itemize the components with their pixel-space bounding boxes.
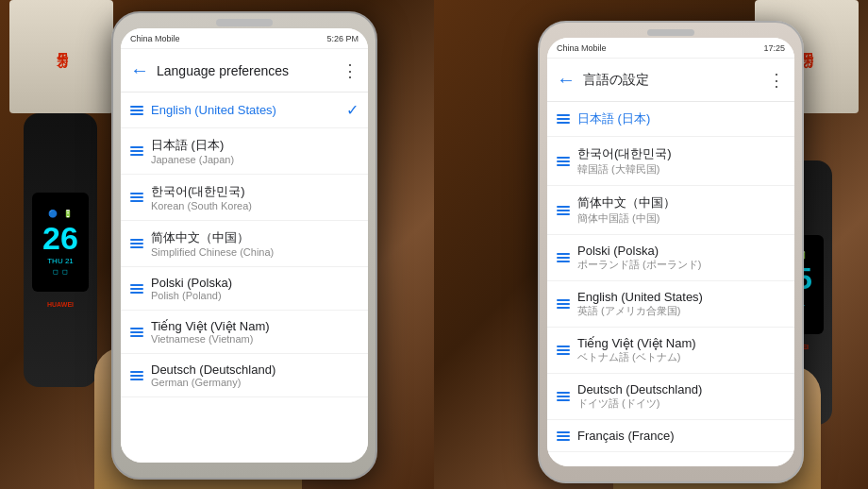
header-title-right: 言語の設定 bbox=[583, 72, 760, 89]
lang-text: 简体中文（中国） Simplified Chinese (China) bbox=[151, 229, 359, 258]
lang-primary: 한국어(대한민국) bbox=[577, 145, 785, 162]
lang-primary: Polski (Polska) bbox=[151, 276, 359, 290]
status-bar-left: China Mobile 5:26 PM bbox=[121, 28, 368, 49]
selected-checkmark: ✓ bbox=[346, 101, 359, 119]
time-right: 17:25 bbox=[763, 43, 785, 53]
box-text-left: 华为 B3 bbox=[54, 43, 70, 71]
back-button-left[interactable]: ← bbox=[130, 59, 149, 81]
lang-primary: English (United States) bbox=[577, 290, 785, 304]
lang-secondary: 簡体中国語 (中国) bbox=[577, 211, 785, 226]
lang-primary: 简体中文（中国） bbox=[577, 194, 785, 211]
list-item[interactable]: Polski (Polska) ポーランド語 (ポーランド) bbox=[547, 235, 794, 281]
band-day-left: THU 21 bbox=[47, 257, 74, 265]
drag-handle bbox=[557, 392, 570, 401]
phone-left-screen: China Mobile 5:26 PM ← Language preferen… bbox=[121, 28, 368, 463]
list-item[interactable]: 日本語 (日本) Japanese (Japan) bbox=[121, 128, 368, 175]
lang-secondary: ポーランド語 (ポーランド) bbox=[577, 258, 785, 272]
list-item[interactable]: 한국어(대한민국) 韓国語 (大韓民国) bbox=[547, 137, 794, 186]
lang-primary: Tiếng Việt (Việt Nam) bbox=[577, 336, 785, 350]
list-item[interactable]: 한국어(대한민국) Korean (South Korea) bbox=[121, 175, 368, 221]
drag-handle bbox=[130, 193, 143, 202]
lang-secondary: Korean (South Korea) bbox=[151, 200, 359, 211]
lang-secondary: German (Germany) bbox=[151, 377, 359, 388]
lang-text: Polski (Polska) Polish (Poland) bbox=[151, 276, 359, 301]
drag-handle bbox=[557, 253, 570, 262]
drag-handle bbox=[130, 239, 143, 248]
lang-primary: Français (France) bbox=[577, 429, 785, 443]
list-item[interactable]: English (United States) ✓ bbox=[121, 93, 368, 128]
list-item[interactable]: Deutsch (Deutschland) ドイツ語 (ドイツ) bbox=[547, 374, 794, 420]
language-list-right: 日本語 (日本) 한국어(대한민국) 韓国語 (大韓民国) bbox=[547, 102, 794, 466]
lang-text: 한국어(대한민국) Korean (South Korea) bbox=[151, 183, 359, 211]
product-box-left: 华为 B3 bbox=[9, 0, 113, 113]
lang-text: Deutsch (Deutschland) German (Germany) bbox=[151, 363, 359, 388]
drag-handle bbox=[557, 157, 570, 166]
lang-primary: 日本語 (日本) bbox=[151, 137, 359, 154]
list-item[interactable]: 简体中文（中国） 簡体中国語 (中国) bbox=[547, 186, 794, 235]
lang-secondary: ベトナム語 (ベトナム) bbox=[577, 350, 785, 364]
list-item[interactable]: Polski (Polska) Polish (Poland) bbox=[121, 267, 368, 311]
drag-handle bbox=[557, 346, 570, 355]
lang-primary: Tiếng Việt (Việt Nam) bbox=[151, 319, 359, 333]
lang-secondary: ドイツ語 (ドイツ) bbox=[577, 396, 785, 411]
lang-text: 简体中文（中国） 簡体中国語 (中国) bbox=[577, 194, 785, 226]
time-left: 5:26 PM bbox=[326, 34, 359, 43]
lang-primary: 한국어(대한민국) bbox=[151, 183, 359, 200]
band-number-left: 26 bbox=[42, 222, 78, 254]
drag-handle bbox=[557, 299, 570, 309]
lang-primary: Polski (Polska) bbox=[577, 244, 785, 258]
lang-primary: English (United States) bbox=[151, 103, 339, 117]
drag-handle bbox=[557, 431, 570, 441]
lang-secondary: Polish (Poland) bbox=[151, 290, 359, 301]
lang-text: 日本語 (日本) Japanese (Japan) bbox=[151, 137, 359, 165]
lang-text: English (United States) bbox=[151, 103, 339, 117]
carrier-right: China Mobile bbox=[557, 43, 607, 53]
drag-handle bbox=[557, 206, 570, 215]
phone-right-screen: China Mobile 17:25 ← 言語の設定 ⋮ 日本語 (日本) bbox=[547, 38, 794, 466]
carrier-left: China Mobile bbox=[130, 34, 180, 43]
drag-handle bbox=[130, 328, 143, 337]
more-button-right[interactable]: ⋮ bbox=[768, 70, 785, 91]
lang-text: 한국어(대한민국) 韓国語 (大韓民国) bbox=[577, 145, 785, 177]
list-item[interactable]: 日本語 (日本) bbox=[547, 102, 794, 137]
list-item[interactable]: Français (France) bbox=[547, 420, 794, 452]
list-item[interactable]: Tiếng Việt (Việt Nam) Vietnamese (Vietna… bbox=[121, 311, 368, 354]
lang-secondary: Japanese (Japan) bbox=[151, 154, 359, 165]
band-left: 🔵 🔋 26 THU 21 ◻ ◻ HUAWEI bbox=[24, 113, 97, 387]
band-icon-steps: ◻ bbox=[53, 268, 58, 276]
lang-secondary: 韓国語 (大韓民国) bbox=[577, 162, 785, 177]
drag-handle bbox=[130, 371, 143, 380]
lang-secondary: 英語 (アメリカ合衆国) bbox=[577, 304, 785, 318]
list-item[interactable]: Deutsch (Deutschland) German (Germany) bbox=[121, 354, 368, 397]
status-bar-right: China Mobile 17:25 bbox=[547, 38, 794, 59]
drag-handle bbox=[130, 284, 143, 294]
more-button-left[interactable]: ⋮ bbox=[342, 60, 359, 81]
list-item[interactable]: 简体中文（中国） Simplified Chinese (China) bbox=[121, 221, 368, 267]
lang-primary: 简体中文（中国） bbox=[151, 229, 359, 246]
band-screen-left: 🔵 🔋 26 THU 21 ◻ ◻ bbox=[32, 193, 89, 292]
header-title-left: Language preferences bbox=[157, 63, 334, 78]
list-item[interactable]: English (United States) 英語 (アメリカ合衆国) bbox=[547, 281, 794, 328]
lang-text: Tiếng Việt (Việt Nam) Vietnamese (Vietna… bbox=[151, 319, 359, 345]
lang-secondary: Vietnamese (Vietnam) bbox=[151, 333, 359, 345]
lang-text: English (United States) 英語 (アメリカ合衆国) bbox=[577, 290, 785, 318]
drag-handle bbox=[557, 114, 570, 124]
back-button-right[interactable]: ← bbox=[557, 69, 576, 91]
phone-left-top bbox=[216, 19, 273, 26]
language-list-left: English (United States) ✓ 日本語 (日本) Japan… bbox=[121, 93, 368, 463]
phone-right: China Mobile 17:25 ← 言語の設定 ⋮ 日本語 (日本) bbox=[538, 21, 804, 483]
drag-handle bbox=[130, 146, 143, 156]
lang-primary: Deutsch (Deutschland) bbox=[577, 382, 785, 396]
lang-text: Tiếng Việt (Việt Nam) ベトナム語 (ベトナム) bbox=[577, 336, 785, 364]
lang-secondary: Simplified Chinese (China) bbox=[151, 246, 359, 258]
band-icon-misc: ◻ bbox=[62, 268, 68, 276]
lang-text: Polski (Polska) ポーランド語 (ポーランド) bbox=[577, 244, 785, 272]
phone-right-camera bbox=[647, 29, 694, 36]
lang-text: 日本語 (日本) bbox=[577, 110, 785, 127]
band-icon-bt: 🔵 bbox=[48, 210, 58, 218]
app-header-left: ← Language preferences ⋮ bbox=[121, 49, 368, 93]
list-item[interactable]: Tiếng Việt (Việt Nam) ベトナム語 (ベトナム) bbox=[547, 328, 794, 374]
phone-left: China Mobile 5:26 PM ← Language preferen… bbox=[111, 11, 377, 480]
app-header-right: ← 言語の設定 ⋮ bbox=[547, 59, 794, 102]
band-huawei-logo-left: HUAWEI bbox=[47, 301, 74, 308]
